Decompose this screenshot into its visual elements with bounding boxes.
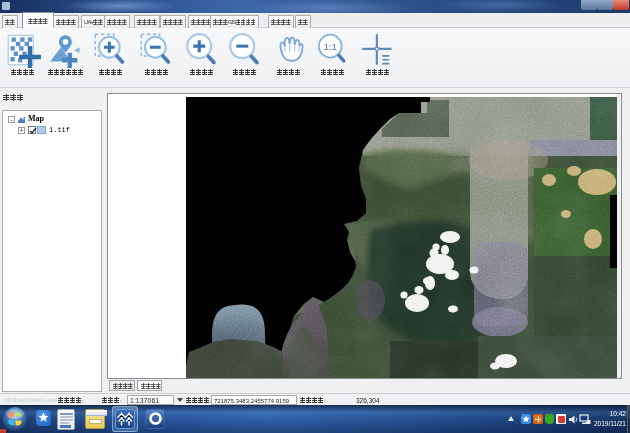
svg-text:1:1: 1:1 bbox=[323, 41, 337, 52]
